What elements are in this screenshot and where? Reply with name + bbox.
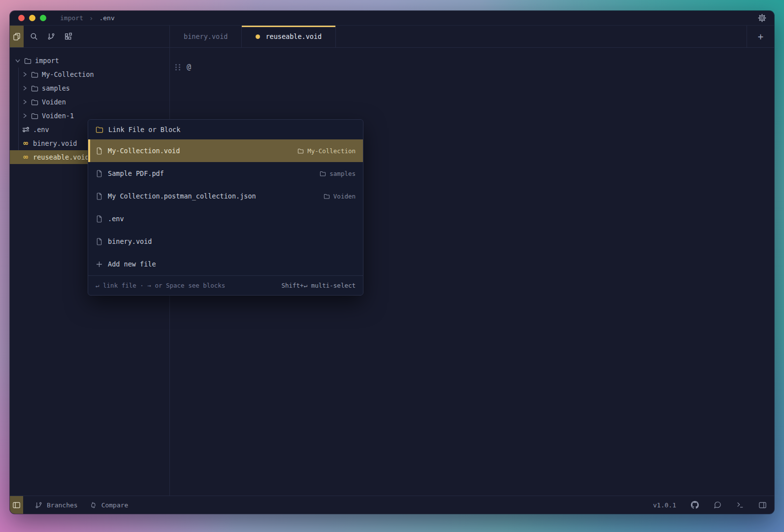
dropdown-item-badge-label: samples <box>329 170 356 177</box>
file-icon <box>96 238 103 245</box>
tree-item-label: binery.void <box>33 139 77 147</box>
status-bar-right: v1.0.1 <box>653 496 774 514</box>
compare-label: Compare <box>101 501 129 509</box>
dropdown-item-label: .env <box>108 215 124 223</box>
git-branch-icon <box>35 501 42 509</box>
terminal-icon[interactable] <box>736 501 744 509</box>
dropdown-item-badge: Voiden <box>324 193 356 200</box>
tree-item[interactable]: ∞ import <box>10 54 169 67</box>
breadcrumb-folder[interactable]: import <box>60 14 83 22</box>
status-bar: Branches Compare v1.0.1 <box>10 496 774 514</box>
dropdown-items: My-Collection.void My-Collection Sample … <box>88 139 363 253</box>
folder-icon <box>324 194 330 199</box>
search-button[interactable] <box>27 26 41 47</box>
folder-icon <box>31 71 38 78</box>
breadcrumb-file[interactable]: .env <box>99 14 114 22</box>
folder-icon <box>96 126 103 133</box>
infinity-icon: ∞ <box>22 139 30 147</box>
dropdown-item-badge: My-Collection <box>297 147 356 155</box>
version-label: v1.0.1 <box>653 501 676 509</box>
file-icon <box>96 215 103 223</box>
feedback-chat-icon[interactable] <box>714 501 721 509</box>
dropdown-footer-hint-left: ↵ link file · → or Space see blocks <box>96 282 225 289</box>
tree-item-label: .env <box>33 126 49 133</box>
tree-item[interactable]: ∞ My-Collection <box>10 67 169 81</box>
dropdown-header-label: Link File or Block <box>108 126 180 133</box>
dropdown-item-badge: samples <box>320 170 356 177</box>
chevron-down-icon <box>15 58 21 64</box>
dropdown-item[interactable]: binery.void <box>88 230 363 253</box>
tree-item-label: My-Collection <box>42 70 94 78</box>
traffic-lights <box>10 15 46 21</box>
drag-handle-icon[interactable] <box>175 64 180 70</box>
dropdown-item-badge-label: Voiden <box>333 193 356 200</box>
chevron-right-icon <box>22 85 28 91</box>
dropdown-footer-hint-right: Shift+↵ multi-select <box>281 282 356 289</box>
minimize-window-button[interactable] <box>29 15 35 21</box>
breadcrumb: import › .env <box>60 14 115 22</box>
files-explorer-button[interactable] <box>10 26 24 47</box>
main-area: ∞ import ∞ My-Collection <box>10 48 774 496</box>
add-new-file-label: Add new file <box>108 260 156 268</box>
folder-icon <box>297 148 304 154</box>
chevron-right-icon <box>22 71 28 77</box>
dropdown-item-label: My-Collection.void <box>108 147 180 155</box>
dropdown-footer: ↵ link file · → or Space see blocks Shif… <box>88 275 363 295</box>
dropdown-header: Link File or Block <box>88 120 363 139</box>
compare-button[interactable]: Compare <box>90 496 129 514</box>
file-icon <box>96 170 103 177</box>
app-window: import › .env <box>10 11 774 514</box>
env-sliders-icon <box>22 126 30 133</box>
panel-toggle-icon[interactable] <box>759 502 766 508</box>
breadcrumb-separator-icon: › <box>89 14 93 22</box>
dropdown-item-label: binery.void <box>108 237 152 245</box>
tab-reuseable-void[interactable]: reuseable.void <box>242 26 336 47</box>
close-window-button[interactable] <box>18 15 25 21</box>
file-icon <box>96 193 103 200</box>
sidebar-toggle-button[interactable] <box>10 496 23 514</box>
activity-bar <box>10 26 170 47</box>
folder-icon <box>31 99 38 105</box>
tree-item[interactable]: ∞ Voiden <box>10 95 169 109</box>
dropdown-item-label: Sample PDF.pdf <box>108 169 164 177</box>
tab-binery-void[interactable]: binery.void <box>170 26 242 47</box>
tree-item[interactable]: ∞ samples <box>10 81 169 95</box>
dropdown-item-label: My Collection.postman_collection.json <box>108 192 256 200</box>
extensions-button[interactable] <box>62 26 75 47</box>
folder-icon <box>320 171 326 176</box>
tree-item-label: import <box>35 57 59 65</box>
file-icon <box>96 147 103 155</box>
editor-block-line: @ <box>175 63 774 71</box>
modified-dot-icon <box>256 34 260 39</box>
chevron-right-icon <box>22 113 28 119</box>
tab-bar: binery.void reuseable.void + <box>10 26 774 48</box>
dropdown-item[interactable]: .env <box>88 207 363 230</box>
tree-item-label: samples <box>42 84 70 92</box>
settings-gear-icon[interactable] <box>758 14 766 22</box>
chevron-right-icon <box>22 99 28 105</box>
tree-item-label: Voiden-1 <box>42 112 74 120</box>
git-branch-button[interactable] <box>44 26 58 47</box>
maximize-window-button[interactable] <box>40 15 46 21</box>
infinity-icon: ∞ <box>22 153 30 161</box>
tab-label: reuseable.void <box>265 33 322 40</box>
dropdown-item[interactable]: My Collection.postman_collection.json Vo… <box>88 185 363 207</box>
tab-label: binery.void <box>184 33 228 40</box>
branches-button[interactable]: Branches <box>35 496 78 514</box>
editor-at-trigger: @ <box>187 63 191 71</box>
plus-icon <box>96 261 103 267</box>
tree-item-label: Voiden <box>42 98 66 106</box>
dropdown-item-badge-label: My-Collection <box>307 147 356 155</box>
tree-item-label: reuseable.void <box>33 153 89 161</box>
add-new-file-button[interactable]: Add new file <box>88 253 363 275</box>
folder-icon <box>31 85 38 92</box>
titlebar: import › .env <box>10 11 774 26</box>
folder-icon <box>31 113 38 119</box>
git-compare-icon <box>90 501 97 509</box>
new-tab-button[interactable]: + <box>747 26 774 47</box>
dropdown-item[interactable]: Sample PDF.pdf samples <box>88 162 363 185</box>
dropdown-item[interactable]: My-Collection.void My-Collection <box>88 139 363 162</box>
link-file-dropdown: Link File or Block My-Collection.void My… <box>88 119 363 296</box>
github-icon[interactable] <box>691 501 699 509</box>
branches-label: Branches <box>47 501 78 509</box>
